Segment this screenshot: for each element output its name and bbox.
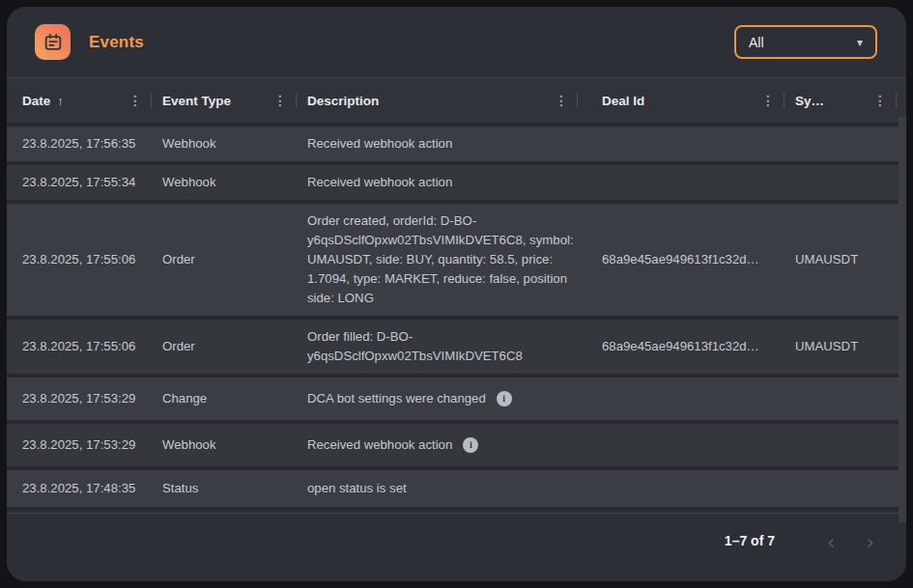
cell-date: 23.8.2025, 17:53:29 [7,389,152,408]
cell-date: 23.8.2025, 17:55:06 [7,337,152,356]
cell-description: Order filled: D-BO-y6qsDSclfOpxw02TbsVIM… [297,320,591,374]
pagination-bar: 1–7 of 7 [7,514,906,581]
column-menu-icon[interactable]: ⋮ [125,93,146,108]
column-divider [896,93,897,108]
cell-description: DCA bot settings were changed i [297,389,591,408]
column-header-event-type[interactable]: Event Type ⋮ [152,78,297,123]
column-header-symbol[interactable]: Sy… ⋮ [785,78,906,123]
description-text: Order filled: D-BO-y6qsDSclfOpxw02TbsVIM… [307,329,523,363]
column-divider [577,93,578,108]
cell-date: 23.8.2025, 17:55:06 [7,250,152,269]
table-row[interactable]: 23.8.2025, 17:55:06 Order Order created,… [7,204,906,316]
events-panel: Events All ▾ Date ↑ ⋮ Event Type ⋮ [7,7,906,581]
page-title: Events [89,33,144,52]
events-table: Date ↑ ⋮ Event Type ⋮ Description ⋮ Deal… [7,78,906,511]
table-row[interactable]: 23.8.2025, 17:55:06 Order Order filled: … [7,320,906,374]
cell-event-type: Status [152,479,297,498]
cell-event-type: Webhook [152,134,297,154]
sort-asc-icon[interactable]: ↑ [57,94,64,108]
cell-date: 23.8.2025, 17:56:35 [7,134,152,154]
pagination-range: 1–7 of 7 [725,533,775,548]
column-menu-icon[interactable]: ⋮ [270,93,291,108]
column-label: Date [22,94,50,108]
cell-date: 23.8.2025, 17:53:29 [7,435,152,455]
description-text: Received webhook action [307,175,452,189]
filter-dropdown[interactable]: All ▾ [734,25,877,59]
cell-description: Received webhook action [297,134,591,154]
table-header-row: Date ↑ ⋮ Event Type ⋮ Description ⋮ Deal… [7,78,906,123]
description-text: Received webhook action [307,136,452,151]
column-header-deal-id[interactable]: Deal Id ⋮ [591,78,785,123]
table-row[interactable]: 23.8.2025, 17:48:35 Status open status i… [7,470,906,507]
description-text: Received webhook action [307,435,452,455]
cell-description: Order created, orderId: D-BO-y6qsDSclfOp… [297,204,591,316]
cell-date: 23.8.2025, 17:55:34 [7,173,152,192]
cell-description: Received webhook action [297,173,591,192]
table-scrollbar[interactable] [899,117,906,522]
column-label: Description [307,94,379,108]
table-row[interactable]: 23.8.2025, 17:56:35 Webhook Received web… [7,126,906,161]
description-text: DCA bot settings were changed [307,389,486,408]
column-label: Deal Id [602,94,644,108]
cell-deal-id: 68a9e45ae949613f1c32d… [591,337,785,356]
cell-date: 23.8.2025, 17:48:35 [7,479,152,498]
cell-event-type: Webhook [152,435,297,455]
panel-header: Events All ▾ [7,7,906,77]
column-header-date[interactable]: Date ↑ ⋮ [7,78,152,123]
info-icon[interactable]: i [463,437,478,453]
cell-description: open status is set [297,479,591,498]
chevron-down-icon: ▾ [857,37,863,48]
table-row[interactable]: 23.8.2025, 17:53:29 Change DCA bot setti… [7,378,906,420]
previous-page-button[interactable] [819,531,842,554]
cell-description: Received webhook action i [297,435,591,455]
column-header-description[interactable]: Description ⋮ [297,78,591,123]
cell-event-type: Change [152,389,297,408]
column-menu-icon[interactable]: ⋮ [551,93,572,108]
column-label: Sy… [795,94,824,108]
description-text: open status is set [307,481,407,495]
info-icon[interactable]: i [497,391,512,406]
events-calendar-icon [35,24,71,60]
description-text: Order created, orderId: D-BO-y6qsDSclfOp… [307,213,574,305]
table-row[interactable]: 23.8.2025, 17:53:29 Webhook Received web… [7,424,906,466]
cell-event-type: Webhook [152,173,297,192]
cell-event-type: Order [152,250,297,269]
table-row[interactable]: 23.8.2025, 17:55:34 Webhook Received web… [7,165,906,200]
column-menu-icon[interactable]: ⋮ [757,93,779,108]
cell-symbol: UMAUSDT [785,337,906,356]
cell-deal-id: 68a9e45ae949613f1c32d… [591,250,785,269]
column-label: Event Type [162,94,231,108]
cell-event-type: Order [152,337,297,356]
column-menu-icon[interactable]: ⋮ [870,93,891,108]
cell-symbol: UMAUSDT [785,250,906,269]
filter-dropdown-value: All [749,35,764,50]
next-page-button[interactable] [858,531,881,554]
